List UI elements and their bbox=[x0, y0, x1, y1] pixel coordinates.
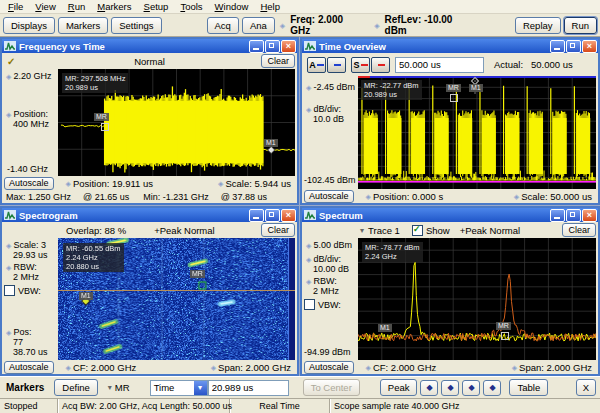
autoscale-button[interactable]: Autoscale bbox=[4, 361, 54, 374]
spinner-icon[interactable] bbox=[366, 193, 371, 200]
spinner-icon[interactable] bbox=[6, 329, 11, 336]
spectrogram-plot[interactable]: MR: -60.55 dBm2.24 GHz20.880 us MR M1 bbox=[58, 238, 295, 360]
marker-label-m1[interactable]: M1 bbox=[79, 292, 93, 300]
ana-button[interactable]: Ana bbox=[242, 17, 275, 34]
maximize-button[interactable] bbox=[566, 40, 581, 53]
spinner-icon[interactable] bbox=[512, 364, 517, 371]
minimize-button[interactable] bbox=[550, 209, 565, 222]
position-value: 400 MHz bbox=[4, 119, 58, 129]
spinner-icon[interactable] bbox=[366, 364, 371, 371]
marker-label-m1[interactable]: M1 bbox=[469, 84, 483, 92]
autoscale-button[interactable]: Autoscale bbox=[4, 177, 54, 190]
frequency-vs-time-plot[interactable]: MR: 297.508 MHz20.989 us MR M1 bbox=[58, 69, 295, 176]
selected-marker-label[interactable]: MR bbox=[115, 382, 130, 393]
close-icon[interactable] bbox=[281, 209, 296, 222]
close-markers-bar-button[interactable]: X bbox=[576, 379, 596, 396]
analysis-length-input[interactable] bbox=[395, 57, 484, 73]
marker-position-input[interactable] bbox=[208, 380, 289, 396]
spinner-icon[interactable] bbox=[306, 84, 311, 91]
markers-button[interactable]: Markers bbox=[58, 17, 108, 34]
run-button[interactable]: Run bbox=[564, 17, 597, 34]
spinner-icon[interactable] bbox=[374, 22, 379, 29]
menu-help[interactable]: Help bbox=[254, 1, 286, 12]
peak-search-button[interactable]: Peak bbox=[380, 379, 418, 396]
marker-table-button[interactable]: Table bbox=[509, 379, 548, 396]
marker-peak-right-button[interactable]: ◆ bbox=[483, 380, 501, 396]
time-overview-titlebar[interactable]: Time Overview bbox=[302, 39, 598, 53]
spectrum-length-button[interactable] bbox=[371, 57, 390, 73]
panel-spectrum: Spectrum Trace 1 Show +Peak Normal Clear… bbox=[300, 206, 600, 376]
marker-label-mr[interactable]: MR bbox=[94, 113, 109, 121]
spectrum-time-button[interactable]: S bbox=[351, 57, 370, 73]
trace-selector-label[interactable]: Trace 1 bbox=[368, 225, 400, 236]
clear-button[interactable]: Clear bbox=[562, 223, 596, 237]
marker-peak-higher-button[interactable]: ◆ bbox=[462, 380, 480, 396]
autoscale-button[interactable]: Autoscale bbox=[304, 361, 354, 374]
spinner-icon[interactable] bbox=[306, 256, 311, 263]
menu-window[interactable]: Window bbox=[209, 1, 255, 12]
frequency-vs-time-titlebar[interactable]: Frequency vs Time bbox=[2, 39, 297, 53]
spinner-icon[interactable] bbox=[6, 264, 11, 271]
spectrum-plot[interactable]: MR: -78.77 dBm2.24 GHz M1 MR bbox=[358, 238, 596, 360]
replay-button[interactable]: Replay bbox=[515, 17, 561, 34]
spectrum-titlebar[interactable]: Spectrum bbox=[302, 208, 598, 222]
y-axis-top-label: 2.20 GHz bbox=[13, 71, 51, 81]
spinner-icon[interactable] bbox=[306, 278, 311, 285]
settings-button[interactable]: Settings bbox=[111, 17, 161, 34]
spinner-icon[interactable] bbox=[6, 73, 11, 80]
marker-peak-left-button[interactable]: ◆ bbox=[420, 380, 438, 396]
clear-button[interactable]: Clear bbox=[261, 223, 295, 237]
marker-label-m1[interactable]: M1 bbox=[378, 324, 392, 332]
spinner-icon[interactable] bbox=[218, 180, 223, 187]
menu-file[interactable]: File bbox=[2, 1, 29, 12]
maximize-button[interactable] bbox=[265, 209, 280, 222]
vbw-checkbox[interactable] bbox=[4, 285, 15, 296]
menu-tools[interactable]: Tools bbox=[174, 1, 208, 12]
to-center-button[interactable]: To Center bbox=[303, 379, 360, 396]
marker-label-m1[interactable]: M1 bbox=[264, 139, 278, 147]
spinner-icon[interactable] bbox=[306, 242, 311, 249]
spinner-icon[interactable] bbox=[306, 106, 311, 113]
show-checkbox[interactable] bbox=[412, 225, 423, 236]
chevron-down-icon[interactable] bbox=[108, 383, 112, 392]
marker-domain-select[interactable]: Time bbox=[150, 380, 208, 396]
marker-label-mr[interactable]: MR bbox=[446, 84, 461, 92]
menu-markers[interactable]: Markers bbox=[91, 1, 137, 12]
time-overview-plot[interactable]: MR: -22.77 dBm20.989 us MR M1 bbox=[358, 76, 596, 189]
spectrogram-titlebar[interactable]: Spectrogram bbox=[2, 208, 297, 222]
close-icon[interactable] bbox=[582, 40, 597, 53]
analysis-time-auto-button[interactable]: A bbox=[307, 57, 326, 73]
analysis-length-button[interactable] bbox=[327, 57, 346, 73]
spinner-icon[interactable] bbox=[514, 193, 519, 200]
maximize-button[interactable] bbox=[265, 40, 280, 53]
close-icon[interactable] bbox=[281, 40, 296, 53]
spinner-icon[interactable] bbox=[66, 364, 71, 371]
marker-label-mr[interactable]: MR bbox=[496, 322, 511, 330]
spinner-icon[interactable] bbox=[6, 111, 11, 118]
spinner-icon[interactable] bbox=[211, 364, 216, 371]
vbw-label: VBW: bbox=[18, 286, 41, 296]
spinner-icon[interactable] bbox=[280, 22, 285, 29]
menu-view[interactable]: View bbox=[29, 1, 61, 12]
chevron-down-icon[interactable] bbox=[194, 381, 207, 395]
chevron-down-icon[interactable] bbox=[360, 226, 364, 235]
acq-button[interactable]: Acq bbox=[207, 17, 239, 34]
minimize-button[interactable] bbox=[550, 40, 565, 53]
panel-title: Spectrogram bbox=[19, 210, 248, 221]
marker-peak-lower-button[interactable]: ◆ bbox=[441, 380, 459, 396]
minimize-button[interactable] bbox=[249, 209, 264, 222]
menu-setup[interactable]: Setup bbox=[138, 1, 175, 12]
menu-run[interactable]: Run bbox=[62, 1, 91, 12]
define-markers-button[interactable]: Define bbox=[54, 379, 97, 396]
spinner-icon[interactable] bbox=[66, 180, 71, 187]
maximize-button[interactable] bbox=[566, 209, 581, 222]
marker-label-mr[interactable]: MR bbox=[190, 270, 205, 278]
clear-button[interactable]: Clear bbox=[261, 54, 295, 68]
spinner-icon[interactable] bbox=[6, 242, 11, 249]
displays-button[interactable]: Displays bbox=[3, 17, 55, 34]
autoscale-button[interactable]: Autoscale bbox=[304, 190, 354, 203]
vbw-checkbox[interactable] bbox=[304, 299, 315, 310]
close-icon[interactable] bbox=[582, 209, 597, 222]
minimize-button[interactable] bbox=[249, 40, 264, 53]
actual-label: Actual: bbox=[494, 59, 523, 70]
